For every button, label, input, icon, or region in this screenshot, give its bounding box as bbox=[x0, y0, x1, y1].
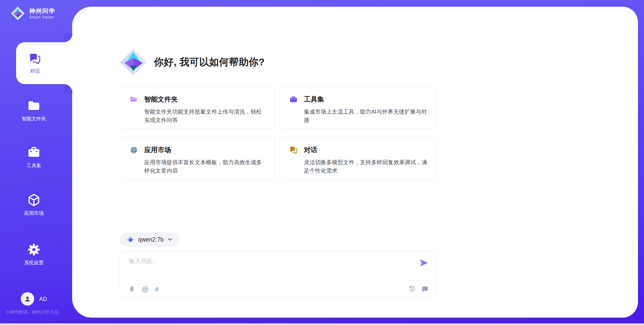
cube-grid-icon bbox=[129, 146, 138, 154]
sidebar-item-label: 智能文件夹 bbox=[22, 116, 46, 122]
message-input[interactable] bbox=[128, 257, 405, 265]
tab-fillet-bottom bbox=[64, 84, 72, 93]
model-name: qwen2:7b bbox=[138, 236, 164, 243]
feature-card-smart-folder[interactable]: 智能文件夹 智能文件夹功能支持批量文件上传与清洗，轻松实现文件问答 bbox=[120, 86, 275, 129]
copyright-text: ©神州数码 · 神州问学出品 bbox=[6, 309, 59, 315]
diamond-logo-icon bbox=[126, 236, 135, 244]
user-profile[interactable]: AD bbox=[0, 292, 68, 306]
greeting-block: 你好, 我可以如何帮助你? bbox=[120, 49, 437, 76]
paperclip-icon[interactable] bbox=[128, 285, 136, 293]
window-bottom-edge bbox=[0, 323, 644, 325]
hash-icon[interactable]: # bbox=[155, 286, 159, 292]
cube-icon bbox=[27, 193, 41, 207]
sidebar-item-label: 系统设置 bbox=[24, 260, 44, 266]
greeting-text: 你好, 我可以如何帮助你? bbox=[154, 56, 265, 69]
sidebar-item-smart-folder[interactable]: 智能文件夹 bbox=[0, 99, 68, 122]
card-description: 集成市场上主流工具，助力AI与外界无缝扩展与对接 bbox=[304, 108, 427, 124]
user-name: AD bbox=[39, 296, 47, 302]
briefcase-icon bbox=[27, 145, 41, 159]
send-icon[interactable] bbox=[419, 258, 428, 267]
card-description: 应用市场提供丰富长文本模板，助力高效生成多样化文章内容 bbox=[144, 158, 265, 175]
sidebar-item-system-settings[interactable]: 系统设置 bbox=[0, 243, 68, 266]
diamond-logo-icon bbox=[120, 49, 147, 76]
brand-subtitle: Smart Vision bbox=[29, 15, 55, 19]
sidebar-item-label: 对话 bbox=[30, 68, 40, 74]
diamond-logo-icon bbox=[11, 6, 25, 20]
at-icon[interactable]: @ bbox=[142, 286, 149, 292]
avatar bbox=[21, 292, 34, 306]
message-composer: @ # bbox=[120, 251, 437, 297]
briefcase-icon bbox=[289, 95, 298, 104]
sidebar-item-toolset[interactable]: 工具集 bbox=[0, 145, 68, 169]
content-column: 你好, 我可以如何帮助你? 智能文件夹 智能文件夹功能支持批量文件上传与清洗，轻… bbox=[120, 49, 437, 297]
folder-open-icon bbox=[129, 95, 138, 104]
person-icon bbox=[23, 295, 32, 303]
card-title: 对话 bbox=[304, 145, 317, 154]
chat-bubble-icon[interactable] bbox=[421, 285, 429, 293]
folder-icon bbox=[27, 99, 41, 113]
feature-card-chat[interactable]: 对话 灵活切换多模型文件，支持多样回复效果调试，满足个性化需求 bbox=[279, 137, 437, 180]
composer-divider bbox=[127, 280, 430, 280]
tab-fillet-top bbox=[64, 34, 72, 42]
feature-card-app-market[interactable]: 应用市场 应用市场提供丰富长文本模板，助力高效生成多样化文章内容 bbox=[120, 137, 275, 180]
chevron-down-icon bbox=[167, 237, 173, 242]
card-title: 工具集 bbox=[304, 95, 324, 104]
card-description: 灵活切换多模型文件，支持多样回复效果调试，满足个性化需求 bbox=[304, 158, 427, 175]
sidebar-item-label: 工具集 bbox=[26, 162, 41, 169]
history-icon[interactable] bbox=[408, 285, 416, 293]
model-selector[interactable]: qwen2:7b bbox=[120, 233, 179, 247]
sidebar-item-label: 应用市场 bbox=[24, 210, 44, 216]
card-description: 智能文件夹功能支持批量文件上传与清洗，轻松实现文件问答 bbox=[144, 108, 265, 124]
card-title: 应用市场 bbox=[144, 145, 171, 154]
card-title: 智能文件夹 bbox=[144, 95, 178, 104]
brand-logo: 神州问学 Smart Vision bbox=[11, 6, 55, 20]
chat-icon bbox=[289, 146, 298, 154]
feature-card-grid: 智能文件夹 智能文件夹功能支持批量文件上传与清洗，轻松实现文件问答 工具集 集成… bbox=[120, 86, 437, 180]
chat-icon bbox=[29, 52, 41, 65]
feature-card-toolset[interactable]: 工具集 集成市场上主流工具，助力AI与外界无缝扩展与对接 bbox=[279, 86, 437, 129]
brand-name: 神州问学 bbox=[29, 8, 55, 15]
sidebar-item-app-market[interactable]: 应用市场 bbox=[0, 193, 68, 216]
gear-icon bbox=[27, 243, 41, 257]
sidebar-item-chat[interactable]: 对话 bbox=[16, 42, 74, 84]
